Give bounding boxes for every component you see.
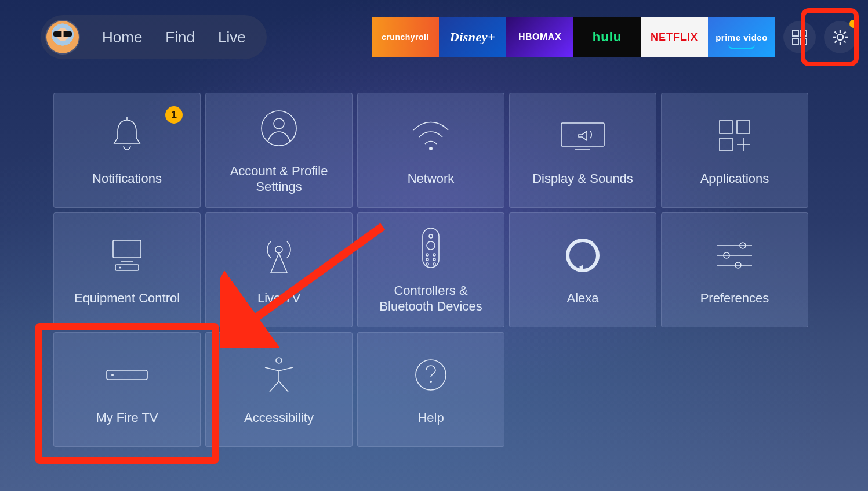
app-netflix[interactable]: NETFLIX [641, 17, 708, 57]
tv-volume-icon [558, 120, 608, 152]
svg-point-23 [427, 241, 435, 250]
tile-accessibility-label: Accessibility [244, 410, 314, 426]
tile-display-sounds[interactable]: Display & Sounds [509, 93, 656, 208]
accessibility-icon [262, 356, 296, 394]
svg-rect-3 [801, 38, 807, 44]
prime-smile-icon [728, 45, 755, 49]
tile-display-label: Display & Sounds [532, 171, 633, 187]
tile-equipment-label: Equipment Control [74, 290, 180, 306]
svg-point-27 [433, 258, 435, 261]
tile-help-label: Help [417, 410, 444, 426]
svg-point-7 [274, 118, 284, 129]
svg-point-26 [426, 258, 428, 261]
settings-button[interactable] [824, 21, 856, 53]
app-hulu-label: hulu [593, 30, 622, 45]
app-disneyplus-label: Disney+ [450, 30, 495, 45]
tile-applications-label: Applications [700, 171, 769, 187]
svg-point-22 [429, 234, 433, 238]
svg-rect-12 [737, 121, 750, 133]
svg-rect-11 [720, 121, 732, 133]
firetv-box-icon [104, 368, 150, 382]
settings-grid: 1 Notifications Account & Profile Settin… [53, 93, 808, 447]
tile-network[interactable]: Network [357, 93, 504, 208]
svg-point-24 [426, 254, 428, 256]
app-netflix-label: NETFLIX [651, 31, 698, 44]
app-hulu[interactable]: hulu [573, 17, 641, 57]
nav-find[interactable]: Find [165, 28, 195, 46]
tile-preferences-label: Preferences [700, 290, 769, 306]
equipment-icon [106, 238, 148, 273]
svg-rect-18 [115, 265, 139, 270]
tile-preferences[interactable]: Preferences [661, 212, 808, 327]
notifications-badge: 1 [165, 106, 183, 124]
app-primevideo[interactable]: prime video [708, 17, 775, 57]
app-primevideo-label: prime video [716, 33, 768, 42]
svg-rect-0 [793, 30, 798, 36]
apps-grid-icon [790, 28, 809, 46]
gear-icon [831, 28, 849, 46]
svg-point-40 [416, 360, 446, 390]
nav-app-row: crunchyroll Disney+ HBOMAX hulu NETFLIX … [372, 17, 856, 57]
app-crunchyroll[interactable]: crunchyroll [372, 17, 439, 57]
sliders-icon [714, 240, 756, 271]
svg-point-39 [276, 358, 282, 363]
svg-point-29 [433, 263, 435, 265]
tile-account-profile[interactable]: Account & Profile Settings [205, 93, 353, 208]
apps-plus-icon [716, 117, 753, 154]
svg-point-8 [429, 147, 433, 150]
tile-myfiretv-label: My Fire TV [96, 410, 158, 426]
tile-controllers-bluetooth[interactable]: Controllers & Bluetooth Devices [357, 212, 504, 327]
tile-accessibility[interactable]: Accessibility [205, 332, 353, 447]
tile-livetv-label: Live TV [257, 290, 300, 306]
tile-help[interactable]: Help [357, 332, 504, 447]
tile-network-label: Network [408, 171, 455, 187]
tile-notifications-label: Notifications [92, 171, 162, 187]
app-hbomax-label: HBOMAX [518, 32, 561, 42]
svg-point-19 [119, 267, 121, 269]
app-disneyplus[interactable]: Disney+ [439, 17, 506, 57]
tile-controllers-label: Controllers & Bluetooth Devices [366, 283, 496, 315]
tile-alexa-label: Alexa [566, 290, 598, 306]
nav-live[interactable]: Live [218, 28, 246, 46]
svg-rect-16 [113, 240, 141, 258]
antenna-icon [260, 236, 297, 275]
svg-point-25 [433, 254, 435, 256]
svg-point-6 [262, 111, 296, 146]
settings-notification-dot [849, 20, 858, 28]
tile-alexa[interactable]: Alexa [509, 212, 656, 327]
tile-equipment-control[interactable]: Equipment Control [53, 212, 201, 327]
alexa-ring-icon [564, 237, 601, 274]
tile-my-fire-tv[interactable]: My Fire TV [53, 332, 201, 447]
bell-icon [110, 115, 144, 156]
app-hbomax[interactable]: HBOMAX [506, 17, 573, 57]
svg-point-4 [837, 34, 843, 40]
svg-rect-2 [793, 38, 798, 44]
tile-account-label: Account & Profile Settings [214, 163, 344, 195]
tile-live-tv[interactable]: Live TV [205, 212, 353, 327]
wifi-icon [410, 120, 452, 152]
svg-rect-1 [801, 30, 807, 36]
nav-home[interactable]: Home [102, 28, 142, 46]
remote-icon [420, 226, 441, 270]
svg-rect-13 [720, 138, 732, 151]
svg-point-41 [430, 381, 432, 383]
profile-avatar[interactable] [46, 21, 79, 53]
profile-icon [260, 109, 298, 147]
app-crunchyroll-label: crunchyroll [382, 33, 429, 42]
top-nav: Home Find Live crunchyroll Disney+ HBOMA… [41, 14, 856, 60]
svg-point-28 [426, 263, 428, 265]
tile-applications[interactable]: Applications [661, 93, 808, 208]
tile-notifications[interactable]: 1 Notifications [53, 93, 201, 208]
help-icon [413, 358, 448, 392]
all-apps-button[interactable] [783, 21, 816, 53]
nav-left-group: Home Find Live [41, 15, 267, 59]
svg-point-38 [111, 374, 114, 376]
